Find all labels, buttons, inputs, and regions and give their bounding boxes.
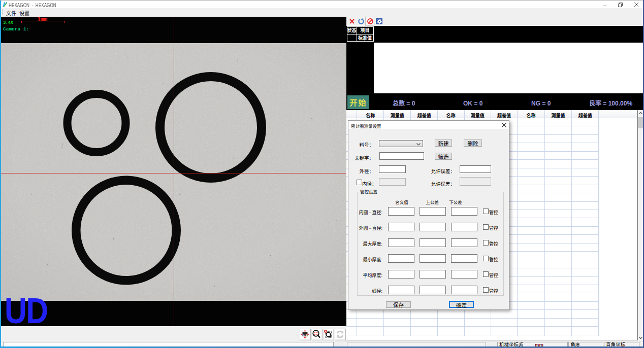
svg-text:1:1: 1:1 (303, 333, 307, 336)
